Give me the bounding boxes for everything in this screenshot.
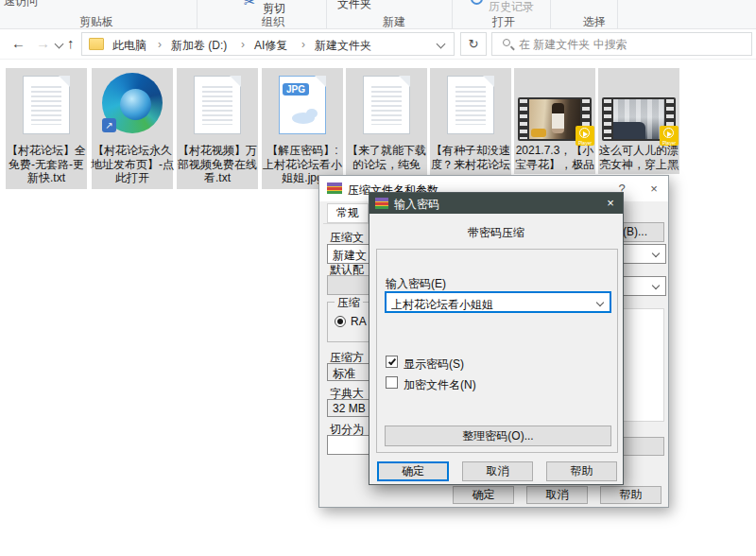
edge-swirl-icon xyxy=(120,89,151,120)
text-file-icon xyxy=(447,76,494,134)
back-button[interactable]: ← xyxy=(11,35,26,51)
password-label: 输入密码(E) xyxy=(386,276,446,292)
dictionary-size-value: 32 MB xyxy=(333,402,366,415)
search-icon xyxy=(503,39,510,46)
file-item[interactable]: JPG 【解压密码】: 上村花论坛看小 姐姐.jpg xyxy=(262,68,343,189)
history-icon xyxy=(471,0,483,5)
ribbon-group-clipboard: 剪贴板 xyxy=(79,14,113,30)
help-button[interactable]: 帮助 xyxy=(546,461,617,481)
breadcrumb-separator-icon: › xyxy=(301,38,305,51)
file-item[interactable]: 【村花视频】万 部视频免费在线 看.txt xyxy=(177,68,258,189)
breadcrumb-new-folder[interactable]: 新建文件夹 xyxy=(315,38,371,54)
password-dialog: 输入密码 × 带密码压缩 输入密码(E) 上村花论坛看小姐姐 显示密码(S) 加… xyxy=(369,192,624,485)
close-icon[interactable]: × xyxy=(602,196,619,210)
encrypt-filenames-checkbox[interactable] xyxy=(386,376,398,389)
ribbon-separator xyxy=(550,0,551,28)
ribbon-group-select: 选择 xyxy=(583,14,606,30)
file-name: 2021.7.3，【小 宝寻花】，极品 xyxy=(512,144,597,171)
address-bar[interactable]: 此电脑 › 新加卷 (D:) › AI修复 › 新建文件夹 xyxy=(81,32,455,56)
folder-icon xyxy=(89,38,104,50)
breadcrumb-separator-icon: › xyxy=(158,38,162,51)
file-item[interactable]: 【有种子却没速 度？来村花论坛 xyxy=(430,68,511,189)
file-item[interactable]: 【村花论坛】全 免费-无套路-更 新快.txt xyxy=(6,68,87,189)
text-file-icon xyxy=(23,76,70,134)
file-name: 【有种子却没速 度？来村花论坛 xyxy=(428,144,513,171)
history-button[interactable]: 历史记录 xyxy=(489,0,534,15)
file-name: 这么可人儿的漂 亮女神，穿上黑 xyxy=(596,144,681,171)
compression-method-value: 标准 xyxy=(333,366,355,382)
password-value: 上村花论坛看小姐姐 xyxy=(391,297,493,313)
archive-format-group-label: 压缩 xyxy=(335,295,363,311)
player-badge-label: Player xyxy=(660,140,679,146)
file-name: 【村花论坛】全 免费-无套路-更 新快.txt xyxy=(4,144,89,185)
password-dialog-title: 输入密码 xyxy=(394,197,439,213)
edge-browser-icon: ↗ xyxy=(102,73,163,133)
forward-button[interactable]: → xyxy=(36,35,50,51)
shortcut-arrow-icon: ↗ xyxy=(102,118,116,132)
ribbon-group-open: 打开 xyxy=(492,14,515,30)
cancel-button[interactable]: 取消 xyxy=(462,461,533,481)
recent-locations-chevron-icon[interactable] xyxy=(55,40,64,49)
breadcrumb-drive-d[interactable]: 新加卷 (D:) xyxy=(171,38,227,54)
ribbon-separator xyxy=(197,0,198,28)
ribbon: 速访问 ✂ 剪切 文件夹 历史记录 剪贴板 组织 新建 打开 选择 xyxy=(0,0,756,29)
text-file-icon xyxy=(194,76,241,134)
tab-general[interactable]: 常规 xyxy=(327,203,369,223)
video-thumbnail xyxy=(613,99,664,139)
jpg-badge: JPG xyxy=(283,83,309,96)
text-file-icon xyxy=(363,76,410,134)
winrar-icon xyxy=(327,182,342,195)
organize-passwords-button[interactable]: 整理密码(O)... xyxy=(385,426,611,446)
file-name: 【村花论坛永久 地址发布页】-点 此打开 xyxy=(90,144,175,185)
rar-radio-label: RA xyxy=(351,315,367,328)
show-password-label: 显示密码(S) xyxy=(404,356,464,373)
play-badge-icon: Player xyxy=(660,126,679,146)
cancel-button[interactable]: 取消 xyxy=(526,486,588,504)
video-thumbnail xyxy=(529,99,580,139)
pin-quick-access-button[interactable]: 速访问 xyxy=(4,0,38,9)
ribbon-separator xyxy=(452,0,453,28)
file-name: 【村花视频】万 部视频免费在线 看.txt xyxy=(175,144,260,185)
refresh-button[interactable]: ↻ xyxy=(460,32,487,56)
password-dialog-heading: 带密码压缩 xyxy=(369,225,623,241)
breadcrumb-ai-repair[interactable]: AI修复 xyxy=(254,38,287,54)
rar-radio[interactable] xyxy=(335,316,346,327)
password-dialog-titlebar: 输入密码 × xyxy=(369,193,623,214)
encrypt-filenames-label: 加密文件名(N) xyxy=(404,377,476,393)
ribbon-separator xyxy=(617,0,618,28)
file-name: 【来了就能下载 的论坛，纯免 xyxy=(344,144,429,171)
ribbon-group-new: 新建 xyxy=(383,14,405,30)
winrar-icon xyxy=(375,198,388,210)
address-dropdown-chevron-icon[interactable] xyxy=(437,40,446,49)
file-item[interactable]: 【来了就能下载 的论坛，纯免 xyxy=(346,68,427,189)
navigation-bar: ← → ↑ 此电脑 › 新加卷 (D:) › AI修复 › 新建文件夹 ↻ xyxy=(0,29,756,60)
password-combo[interactable]: 上村花论坛看小姐姐 xyxy=(385,291,611,313)
image-glyph-icon xyxy=(306,109,318,118)
close-icon[interactable]: × xyxy=(644,182,663,196)
breadcrumb-separator-icon: › xyxy=(241,38,245,51)
show-password-checkbox[interactable] xyxy=(386,356,398,368)
file-item[interactable]: Player 2021.7.3，【小 宝寻花】，极品 xyxy=(514,68,595,174)
play-badge-icon: Player xyxy=(576,126,594,146)
ribbon-group-organize: 组织 xyxy=(262,14,284,30)
explorer-window: 速访问 ✂ 剪切 文件夹 历史记录 剪贴板 组织 新建 打开 选择 ← → ↑ … xyxy=(0,0,756,556)
ok-button[interactable]: 确定 xyxy=(453,486,514,504)
help-button[interactable]: 帮助 xyxy=(600,486,662,504)
ribbon-separator xyxy=(326,0,327,28)
new-folder-button[interactable]: 文件夹 xyxy=(337,0,371,12)
cut-icon: ✂ xyxy=(244,0,256,10)
file-item[interactable]: Player 这么可人儿的漂 亮女神，穿上黑 xyxy=(598,68,679,174)
search-input[interactable] xyxy=(519,35,746,53)
up-button[interactable]: ↑ xyxy=(67,35,75,51)
ok-button[interactable]: 确定 xyxy=(377,461,449,481)
search-box xyxy=(491,32,752,56)
player-badge-label: Player xyxy=(576,140,594,146)
jpg-file-icon: JPG xyxy=(279,76,326,134)
file-item[interactable]: ↗ 【村花论坛永久 地址发布页】-点 此打开 xyxy=(92,68,173,189)
breadcrumb-this-pc[interactable]: 此电脑 xyxy=(112,38,146,54)
